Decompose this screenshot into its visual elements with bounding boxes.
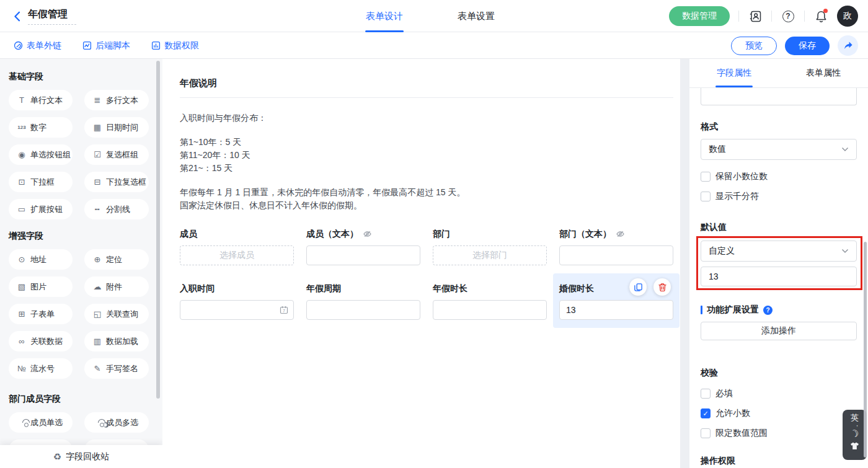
- field-member[interactable]: 成员 选择成员: [180, 229, 294, 265]
- shirt-skin-icon[interactable]: [850, 442, 859, 450]
- option-decimal-digits[interactable]: 保留小数位数: [701, 171, 857, 182]
- member-picker[interactable]: 选择成员: [180, 245, 294, 265]
- divider-field-title[interactable]: 年假说明: [180, 77, 673, 98]
- help-icon[interactable]: ?: [781, 9, 795, 24]
- share-button[interactable]: [838, 35, 858, 56]
- field-pill-geolocation[interactable]: ⊕定位: [84, 249, 149, 270]
- field-marriage-days-selected[interactable]: 婚假时长: [553, 273, 680, 328]
- eye-off-icon: [616, 229, 625, 239]
- tab-field-properties[interactable]: 字段属性: [689, 59, 779, 87]
- description-intro: 入职时间与年假分布：: [180, 112, 673, 125]
- tab-form-design[interactable]: 表单设计: [366, 0, 403, 32]
- single-text-icon: T: [17, 95, 27, 105]
- description-note: 国家法定休假日、休息日不计入年休假的假期。: [180, 199, 673, 212]
- field-pill-member-single[interactable]: 成员单选: [9, 412, 73, 433]
- dept-picker[interactable]: 选择部门: [433, 245, 547, 265]
- field-entry-date[interactable]: 入职时间 7: [180, 283, 294, 320]
- cloud-upload-icon: ☁: [92, 282, 102, 291]
- data-manage-button[interactable]: 数据管理: [669, 6, 730, 26]
- tab-form-properties[interactable]: 表单属性: [779, 59, 868, 87]
- location-pin-icon: ⊙: [17, 255, 27, 264]
- preview-button[interactable]: 预览: [731, 37, 777, 55]
- field-annual-cycle[interactable]: 年假周期: [306, 283, 420, 320]
- option-allow-decimal[interactable]: 允许小数: [701, 408, 857, 419]
- field-pill-signature[interactable]: ✎手写签名: [84, 358, 149, 379]
- form-designer-app: 年假管理 表单设计 表单设置 数据管理 ?: [0, 0, 868, 468]
- option-required[interactable]: 必填: [701, 388, 857, 399]
- default-type-select[interactable]: 自定义: [701, 241, 857, 262]
- notification-bell-icon[interactable]: [813, 9, 828, 24]
- field-pill-image[interactable]: ▧图片: [9, 276, 73, 297]
- field-pill-linked-data[interactable]: ∞关联数据: [9, 331, 73, 351]
- page-title[interactable]: 年假管理: [28, 8, 76, 25]
- checkbox[interactable]: [701, 172, 711, 182]
- extension-settings-label: 功能扩展设置: [707, 304, 759, 316]
- checkbox[interactable]: [701, 192, 711, 201]
- field-annual-days[interactable]: 年假时长: [433, 283, 547, 320]
- backend-script-action[interactable]: 后端脚本: [82, 40, 130, 51]
- field-pill-checkbox-group[interactable]: ☑复选框组: [84, 144, 149, 165]
- back-button[interactable]: [14, 11, 20, 22]
- add-action-button[interactable]: 添加操作: [701, 322, 857, 340]
- panel-scrollbar[interactable]: [864, 242, 867, 457]
- field-dept[interactable]: 部门 选择部门: [433, 229, 547, 265]
- data-permission-action[interactable]: 数据权限: [151, 40, 199, 51]
- field-member-text[interactable]: 成员（文本）: [306, 229, 420, 265]
- field-name-input-partial[interactable]: [701, 88, 857, 105]
- checkbox[interactable]: [701, 389, 711, 399]
- annual-cycle-input[interactable]: [306, 300, 420, 320]
- moon-icon[interactable]: ☽: [849, 426, 861, 441]
- link-icon: [14, 41, 23, 50]
- field-pill-serial-number[interactable]: №流水号: [9, 358, 73, 379]
- delete-field-button[interactable]: [653, 278, 671, 296]
- field-pill-multi-text[interactable]: ≣多行文本: [84, 90, 149, 110]
- top-bar: 年假管理 表单设计 表单设置 数据管理 ?: [0, 0, 868, 32]
- checkbox[interactable]: [701, 408, 711, 418]
- marriage-days-input[interactable]: [559, 300, 673, 320]
- field-pill-subform[interactable]: ⊞子表单: [9, 304, 73, 324]
- annual-days-input[interactable]: [433, 300, 547, 320]
- field-pill-single-text[interactable]: T单行文本: [9, 90, 73, 110]
- field-pill-extend-button[interactable]: ▭扩展按钮: [9, 199, 73, 219]
- field-pill-divider[interactable]: ╍分割线: [84, 199, 149, 219]
- multi-text-icon: ≣: [92, 95, 102, 105]
- entry-date-input[interactable]: [180, 300, 294, 320]
- trash-icon: [658, 283, 667, 292]
- field-recycle-bin[interactable]: ♻ 字段回收站: [0, 445, 162, 468]
- validation-label: 校验: [701, 368, 857, 379]
- field-pill-attachment[interactable]: ☁附件: [84, 276, 149, 297]
- format-label: 格式: [701, 121, 857, 133]
- field-pill-dropdown[interactable]: ⊡下拉框: [9, 172, 73, 192]
- external-link-action[interactable]: 表单外链: [14, 40, 61, 51]
- field-pill-number[interactable]: 123数字: [9, 117, 73, 138]
- eye-off-icon: [363, 229, 372, 239]
- user-avatar[interactable]: 政: [837, 6, 858, 27]
- extension-help-icon[interactable]: ?: [763, 306, 773, 315]
- option-thousand-separator[interactable]: 显示千分符: [701, 191, 857, 202]
- default-value-input[interactable]: [701, 267, 857, 286]
- section-basic-fields: 基础字段: [9, 71, 162, 82]
- field-pill-radio-group[interactable]: ◉单选按钮组: [9, 144, 73, 165]
- number-icon: 123: [17, 125, 27, 130]
- contacts-icon[interactable]: [748, 9, 763, 24]
- tab-form-settings[interactable]: 表单设置: [458, 0, 495, 32]
- dropdown-icon: ⊡: [17, 177, 27, 187]
- format-select[interactable]: 数值: [701, 139, 857, 160]
- option-limit-range[interactable]: 限定数值范围: [701, 428, 857, 439]
- dept-text-input[interactable]: [559, 245, 673, 265]
- copy-field-button[interactable]: [629, 278, 647, 296]
- field-dept-text[interactable]: 部门（文本）: [559, 229, 673, 265]
- member-text-input[interactable]: [306, 245, 420, 265]
- field-pill-dropdown-multi[interactable]: ⊟下拉复选框: [84, 172, 149, 192]
- default-value-label: 默认值: [701, 222, 857, 233]
- field-pill-member-multi[interactable]: 成员多选: [84, 412, 149, 433]
- checkbox[interactable]: [701, 428, 711, 438]
- sidebar-scrollbar[interactable]: [156, 61, 160, 399]
- field-pill-data-load[interactable]: ▥数据加载: [84, 331, 149, 351]
- save-button[interactable]: 保存: [785, 37, 830, 55]
- description-line: 第21~：15 天: [180, 162, 673, 175]
- field-library-sidebar: 基础字段 T单行文本 ≣多行文本 123数字 ▦日期时间 ◉单选按钮组 ☑复选框…: [0, 59, 162, 468]
- field-pill-address[interactable]: ⊙地址: [9, 249, 73, 270]
- field-pill-linked-query[interactable]: ◱关联查询: [84, 304, 149, 324]
- field-pill-datetime[interactable]: ▦日期时间: [84, 117, 149, 138]
